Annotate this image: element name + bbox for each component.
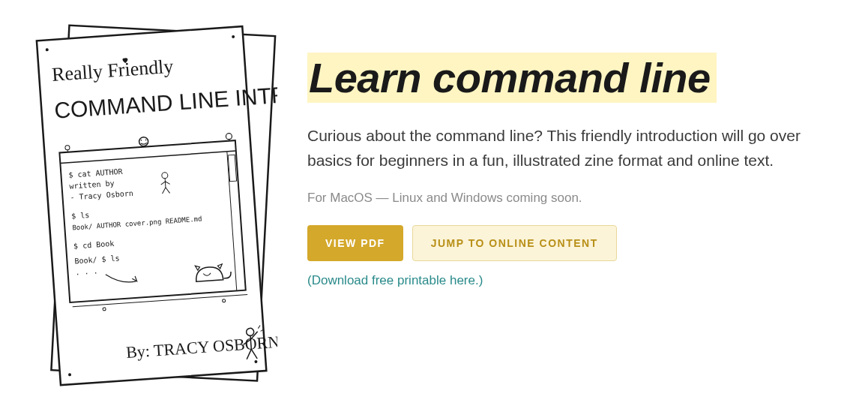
platform-note: For MacOS — Linux and Windows coming soo… <box>307 191 838 206</box>
book-cover-illustration: Really Friendly COMMAND LINE INTRO <box>30 15 277 398</box>
description-text: Curious about the command line? This fri… <box>307 124 832 173</box>
button-row: VIEW PDF JUMP TO ONLINE CONTENT <box>307 225 838 261</box>
main-content: Learn command line Curious about the com… <box>307 15 838 288</box>
terminal-drawing: $ cat AUTHOR written by - Tracy Osborn $… <box>58 131 247 313</box>
svg-text:. . .: . . . <box>75 266 98 276</box>
view-pdf-button[interactable]: VIEW PDF <box>307 225 403 261</box>
jump-online-button[interactable]: JUMP TO ONLINE CONTENT <box>412 225 617 261</box>
svg-text:$ ls: $ ls <box>71 211 90 221</box>
download-link-row: (Download free printable here.) <box>307 273 838 288</box>
svg-rect-20 <box>228 155 236 182</box>
download-printable-link[interactable]: (Download free printable here.) <box>307 273 483 287</box>
page-headline: Learn command line <box>307 53 717 103</box>
